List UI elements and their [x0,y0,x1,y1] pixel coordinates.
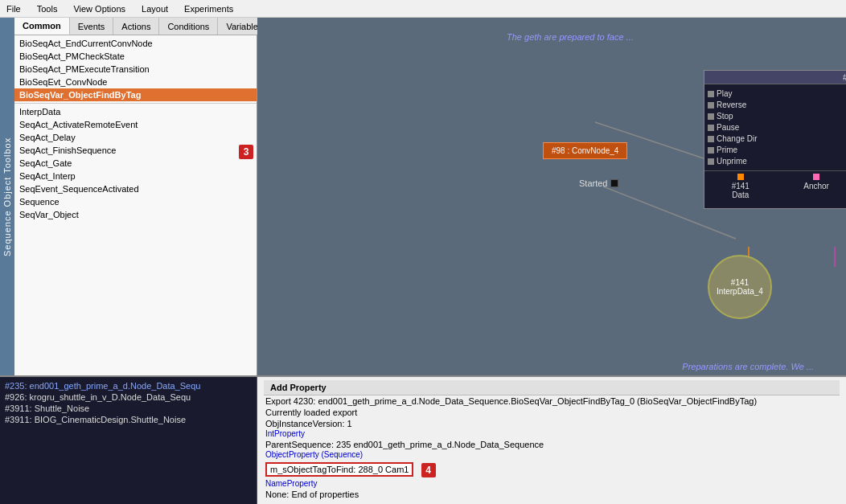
badge-4: 4 [421,463,436,477]
prop-0-name: ObjInstanceVersion: 1 IntProperty [264,418,840,439]
port-data: #141Data [732,174,749,206]
interpdata4-circle: #141InterpData_4 [708,255,772,319]
bottom-item-1[interactable]: #926: krogru_shuttle_in_v_D.Node_Data_Se… [3,391,253,403]
menu-bar: File Tools View Options Layout Experimen… [0,0,846,18]
menu-tools[interactable]: Tools [34,2,61,15]
started-label: Started [579,178,618,188]
add-property-button[interactable]: Add Property [264,380,840,395]
port-dot-reverse [708,102,714,109]
tab-actions[interactable]: Actions [113,18,159,35]
bottom-panel: #235: end001_geth_prime_a_d.Node_Data_Se… [0,375,846,504]
port-dot-play [708,91,714,97]
port-dot-unprime [708,158,714,165]
prop-1-name: ParentSequence: 235 end001_geth_prime_a_… [264,439,840,460]
started-connector [610,179,618,187]
interp4-body: Play Reverse Stop Pause [704,84,846,170]
port-play: Play [708,89,758,98]
interp4-node[interactable]: #220 : Interp_4 Play Reverse [704,70,846,209]
interpdata4-node[interactable]: #141InterpData_4 [708,255,772,319]
port-changedir: Change Dir [708,134,758,143]
port-dot-prime [708,147,714,154]
canvas-bg-text-bottom: Preparations are complete. We ... [682,362,814,371]
menu-experiments[interactable]: Experiments [181,2,236,15]
toolbox-item-1[interactable]: BioSeqAct_PMCheckState [14,50,257,63]
port-stop: Stop [708,112,758,121]
toolbox-item-6[interactable]: SeqAct_ActivateRemoteEvent [14,118,257,131]
convnode4-label: #98 : ConvNode_4 [543,142,627,159]
toolbox-label: Sequence Object Toolbox [0,18,14,375]
port-dot-pause [708,125,714,131]
interp4-bottom-ports: #141Data Anchor Conversation #1836Cam1 [704,170,846,208]
convnode4-node[interactable]: #98 : ConvNode_4 [543,142,627,159]
tab-events[interactable]: Events [70,18,114,35]
bottom-item-0[interactable]: #235: end001_geth_prime_a_d.Node_Data_Se… [3,380,253,391]
toolbox-item-4[interactable]: BioSeqVar_ObjectFindByTag [14,88,257,101]
toolbox-sidebar: Sequence Object Toolbox Common Events Ac… [0,18,257,375]
toolbox-item-13[interactable]: SeqVar_Object [14,208,257,221]
toolbox-item-10[interactable]: SeqAct_Interp [14,170,257,182]
port-prime: Prime [708,145,758,154]
tab-conditions[interactable]: Conditions [159,18,218,35]
menu-layout[interactable]: Layout [138,2,171,15]
toolbox-inner: Common Events Actions Conditions Variabl… [14,18,257,375]
toolbox-section-divider [14,103,257,104]
toolbox-item-8[interactable]: SeqAct_FinishSequence [14,144,257,157]
interp4-header: #220 : Interp_4 [704,71,846,84]
port-dot-stop [708,113,714,120]
bottom-left-panel: #235: end001_geth_prime_a_d.Node_Data_Se… [0,377,257,504]
menu-file[interactable]: File [3,2,24,15]
port-reverse: Reverse [708,100,758,109]
prop-3-name: None: End of properties [264,489,840,500]
top-area: Sequence Object Toolbox Common Events Ac… [0,18,846,375]
port-pause: Pause [708,123,758,132]
toolbox-tabs: Common Events Actions Conditions Variabl… [14,18,257,35]
toolbox-item-5[interactable]: InterpData [14,105,257,118]
port-unprime: Unprime [708,157,758,166]
toolbox-item-2[interactable]: BioSeqAct_PMExecuteTransition [14,63,257,76]
bottom-item-2[interactable]: #3911: Shuttle_Noise [3,403,253,414]
canvas-area[interactable]: The geth are prepared to face ... Prepar… [257,18,846,375]
toolbox-item-3[interactable]: BioSeqEvt_ConvNode [14,76,257,88]
export-line: Export 4230: end001_geth_prime_a_d.Node_… [264,395,840,407]
toolbox-item-12[interactable]: Sequence [14,195,257,208]
bottom-right-panel: Add Property Export 4230: end001_geth_pr… [257,377,846,504]
canvas-bg-text-top: The geth are prepared to face ... [507,32,634,42]
main-layout: Sequence Object Toolbox Common Events Ac… [0,18,846,504]
port-anchor: Anchor [803,174,829,206]
menu-view-options[interactable]: View Options [70,2,129,15]
tab-common[interactable]: Common [14,18,70,35]
badge-3: 3 [239,145,253,159]
toolbox-list: BioSeqAct_EndCurrentConvNode BioSeqAct_P… [14,35,257,375]
toolbox-item-9[interactable]: SeqAct_Gate [14,157,257,170]
port-dot-changedir [708,136,714,142]
toolbox-item-7[interactable]: SeqAct_Delay [14,131,257,144]
prop-2-name: m_sObjectTagToFind: 288_0 Cam1 4 NamePro… [264,460,840,489]
toolbox-item-11[interactable]: SeqEvent_SequenceActivated [14,182,257,195]
loaded-line: Currently loaded export [264,407,840,418]
toolbox-item-0[interactable]: BioSeqAct_EndCurrentConvNode [14,37,257,50]
interp4-ports-left: Play Reverse Stop Pause [704,88,761,167]
bottom-item-3[interactable]: #3911: BIOG_CinematicDesign.Shuttle_Nois… [3,414,253,425]
